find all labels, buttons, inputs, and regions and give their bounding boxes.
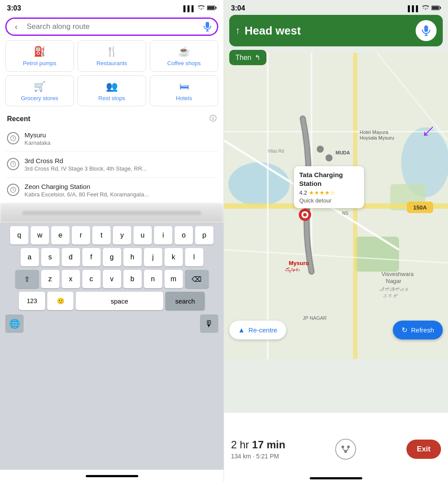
search-bar[interactable]: ‹ (5, 17, 218, 36)
svg-rect-2 (207, 6, 214, 9)
key-j[interactable]: j (144, 248, 162, 266)
category-grocery[interactable]: 🛒 Grocery stores (5, 75, 74, 107)
svg-point-55 (345, 451, 347, 452)
key-f[interactable]: f (82, 248, 101, 266)
route-options-button[interactable] (335, 439, 356, 460)
refresh-icon: ↻ (402, 326, 407, 334)
svg-point-36 (317, 146, 324, 153)
key-i[interactable]: i (154, 226, 172, 244)
category-restaurant-label: Restaurants (96, 60, 127, 67)
key-x[interactable]: x (62, 270, 80, 288)
category-coffee-label: Coffee shops (167, 60, 200, 67)
category-coffee[interactable]: ☕ Coffee shops (150, 40, 218, 72)
search-key[interactable]: search (165, 292, 205, 310)
nav-header: ↑ Head west (229, 15, 443, 46)
svg-text:ವಿಶ್ವೇಶ್ವರ: ವಿಶ್ವೇಶ್ವರ (379, 287, 410, 292)
keyboard-mic-key[interactable]: 🎙 (200, 314, 218, 333)
search-input[interactable] (27, 22, 197, 31)
svg-text:ಮೈಸೂರು: ಮೈಸೂರು (285, 267, 300, 272)
key-e[interactable]: e (51, 226, 70, 244)
left-time: 3:03 (7, 4, 21, 12)
nav-hours: 2 hr (231, 439, 249, 451)
svg-text:Mysuru: Mysuru (289, 260, 309, 266)
left-panel: 3:03 ▌▌▌ ‹ ⛽ Petrol pumps 🍴 Restaurants (0, 0, 224, 482)
clock-icon-3 (7, 184, 19, 196)
key-z[interactable]: z (41, 270, 60, 288)
category-petrol[interactable]: ⛽ Petrol pumps (5, 40, 74, 72)
key-h[interactable]: h (123, 248, 142, 266)
num-key[interactable]: 123 (19, 292, 45, 310)
nav-distance: 134 km (231, 453, 251, 460)
coffee-icon: ☕ (178, 46, 190, 57)
delete-key[interactable]: ⌫ (185, 270, 209, 288)
home-bar-indicator-left (86, 475, 138, 477)
key-q[interactable]: q (10, 226, 28, 244)
mic-icon[interactable] (200, 20, 214, 34)
charging-tag: Quick detour (299, 197, 359, 204)
recent-item-zeon[interactable]: Zeon Charging Station Kabra Excelsior, 6… (5, 178, 218, 203)
nav-eta: 5:21 PM (256, 453, 279, 460)
key-b[interactable]: b (123, 270, 142, 288)
svg-text:Hotel Mayura: Hotel Mayura (360, 129, 388, 135)
svg-line-14 (13, 190, 14, 190)
charging-station-card[interactable]: Tata ChargingStation 4.2 ★★★★☆ Quick det… (294, 166, 364, 208)
exit-button[interactable]: Exit (406, 440, 441, 459)
svg-rect-17 (432, 6, 439, 9)
svg-point-53 (342, 446, 344, 447)
key-c[interactable]: c (82, 270, 101, 288)
right-wifi-icon (422, 5, 429, 12)
category-restaurants[interactable]: 🍴 Restaurants (77, 40, 146, 72)
key-k[interactable]: k (164, 248, 183, 266)
svg-point-35 (303, 213, 307, 217)
globe-key[interactable]: 🌐 (5, 314, 24, 333)
recent-item-mysuru[interactable]: Mysuru Karnataka (5, 126, 218, 152)
left-status-icons: ▌▌▌ (183, 5, 217, 12)
nav-minutes: 17 min (252, 439, 285, 451)
rating-number: 4.2 (299, 189, 307, 196)
signal-icon: ▌▌▌ (183, 5, 196, 12)
back-button[interactable]: ‹ (9, 20, 23, 34)
key-w[interactable]: w (31, 226, 49, 244)
key-u[interactable]: u (133, 226, 152, 244)
svg-rect-50 (424, 25, 428, 32)
map-area[interactable]: 150A Hotel Mayura Hoysala Mysuru MUDA Vi… (224, 0, 448, 412)
shift-key[interactable]: ⇧ (15, 270, 39, 288)
key-n[interactable]: n (144, 270, 162, 288)
category-rest[interactable]: 👥 Rest stops (77, 75, 146, 107)
rest-icon: 👥 (106, 81, 118, 92)
key-d[interactable]: d (62, 248, 80, 266)
recentre-label: Re-centre (248, 326, 277, 334)
charging-station-name: Tata ChargingStation (299, 171, 359, 188)
recent-info-icon[interactable]: ⓘ (210, 114, 217, 123)
wifi-icon (198, 5, 205, 12)
nav-mic-button[interactable] (416, 20, 437, 41)
home-bar-left (0, 470, 224, 482)
recent-text-3rd: 3rd Cross Rd 3rd Cross Rd, IV Stage 3 Bl… (24, 157, 147, 172)
keyboard-row-1: q w e r t y u i o p (2, 226, 222, 244)
recent-list: Mysuru Karnataka 3rd Cross Rd 3rd Cross … (0, 126, 224, 203)
hotels-icon: 🛏 (179, 81, 189, 92)
home-bar-indicator-right (310, 477, 362, 479)
refresh-button[interactable]: ↻ Refresh (393, 321, 443, 339)
key-r[interactable]: r (72, 226, 90, 244)
recent-name-mysuru: Mysuru (24, 131, 50, 139)
space-key[interactable]: space (76, 292, 163, 310)
key-g[interactable]: g (103, 248, 121, 266)
svg-text:JP NAGAR: JP NAGAR (303, 315, 327, 321)
key-t[interactable]: t (92, 226, 111, 244)
up-arrow-icon: ↑ (235, 25, 240, 36)
key-l[interactable]: l (185, 248, 203, 266)
category-hotels[interactable]: 🛏 Hotels (150, 75, 218, 107)
key-y[interactable]: y (113, 226, 131, 244)
key-o[interactable]: o (175, 226, 193, 244)
key-p[interactable]: p (195, 226, 214, 244)
key-m[interactable]: m (164, 270, 183, 288)
status-bar-left: 3:03 ▌▌▌ (0, 0, 224, 15)
key-v[interactable]: v (103, 270, 121, 288)
category-hotels-label: Hotels (176, 95, 192, 102)
key-s[interactable]: s (41, 248, 60, 266)
key-a[interactable]: a (21, 248, 39, 266)
recent-item-3rd-cross[interactable]: 3rd Cross Rd 3rd Cross Rd, IV Stage 3 Bl… (5, 152, 218, 178)
recentre-button[interactable]: ▲ Re-centre (229, 321, 286, 339)
emoji-key[interactable]: 🙂 (47, 292, 74, 310)
